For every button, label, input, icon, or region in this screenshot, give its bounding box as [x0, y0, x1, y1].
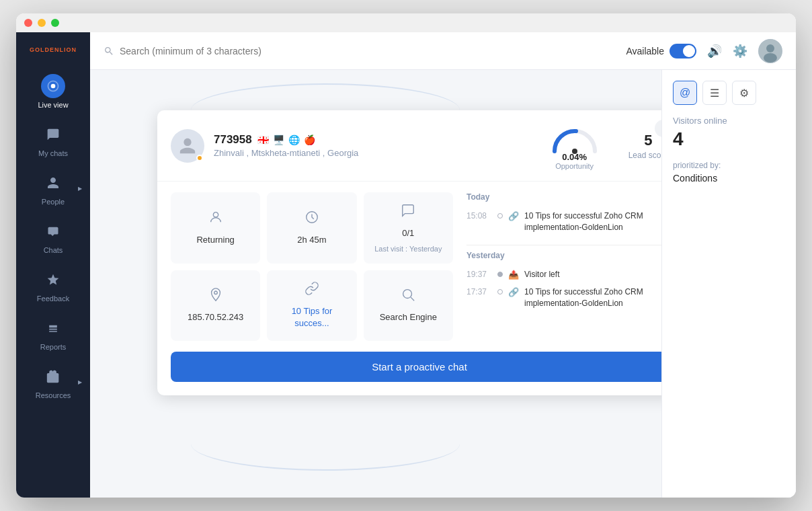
info-cell-time: 2h 45m — [267, 192, 356, 264]
visitor-info: 773958 🇬🇪 🖥️ 🌐 🍎 Zhinvali , Mtskheta-mti… — [214, 133, 358, 158]
visitor-card-header: 773958 🇬🇪 🖥️ 🌐 🍎 Zhinvali , Mtskheta-mti… — [157, 110, 661, 182]
visitor-avatar — [171, 129, 204, 163]
search-icon — [104, 46, 114, 56]
source-value: Search Engine — [380, 311, 437, 323]
returning-icon — [208, 210, 223, 229]
visitor-online-dot — [196, 155, 203, 161]
visitor-id-row: 773958 🇬🇪 🖥️ 🌐 🍎 — [214, 133, 358, 147]
time-value: 2h 45m — [297, 234, 326, 246]
sidebar-item-chats[interactable]: Chats — [16, 212, 90, 261]
visitor-card: 773958 🇬🇪 🖥️ 🌐 🍎 Zhinvali , Mtskheta-mti… — [157, 110, 661, 395]
sidebar-label-resources: Resources — [36, 391, 71, 399]
returning-value: Returning — [196, 234, 234, 246]
app-body: GOLDENLION Live view — [16, 32, 796, 498]
search-engine-icon — [401, 287, 415, 306]
lead-score-label: Lead score — [628, 151, 661, 160]
activity-item-0: 15:08 🔗 10 Tips for successful Zoho CRM … — [466, 207, 661, 237]
header-right: Available 🔊 ⚙️ — [626, 39, 782, 63]
location-pin-icon — [208, 287, 223, 306]
svg-point-3 — [764, 53, 777, 63]
sidebar-item-feedback[interactable]: Feedback — [16, 261, 90, 309]
activity-time-0: 15:08 — [466, 210, 492, 221]
sidebar-item-reports[interactable]: Reports — [16, 309, 90, 358]
sound-icon[interactable]: 🔊 — [707, 44, 722, 58]
logo-text: GOLDENLION — [30, 46, 77, 53]
sidebar: GOLDENLION Live view — [16, 32, 90, 498]
svg-point-7 — [214, 291, 217, 294]
opportunity-label: Opportunity — [555, 162, 594, 170]
chats-icon — [41, 219, 65, 243]
yesterday-section: Yesterday 19:37 📤 Visitor left 17:37 — [466, 251, 661, 313]
sidebar-label-chats: Chats — [44, 246, 63, 254]
chats-last-visit: Last visit : Yesterday — [374, 245, 442, 253]
svg-point-8 — [403, 290, 412, 299]
chats-count-value: 0/1 — [402, 227, 414, 239]
page-icon-0: 🔗 — [508, 211, 519, 221]
time-icon — [304, 210, 319, 229]
settings-icon[interactable]: ⚙️ — [733, 44, 747, 58]
user-avatar[interactable] — [758, 39, 782, 63]
live-view-area: 773958 🇬🇪 🖥️ 🌐 🍎 Zhinvali , Mtskheta-mti… — [90, 70, 661, 498]
activity-panel: Today 15:08 🔗 10 Tips for successful Zoh… — [466, 192, 661, 341]
minimize-dot[interactable] — [38, 19, 46, 27]
ip-value: 185.70.52.243 — [188, 311, 243, 323]
sidebar-item-live-view[interactable]: Live view — [16, 67, 90, 116]
sidebar-item-people[interactable]: People ▶ — [16, 164, 90, 212]
today-section: Today 15:08 🔗 10 Tips for successful Zoh… — [466, 192, 661, 237]
live-view-icon — [41, 74, 65, 98]
info-cell-url[interactable]: 10 Tips for succes... — [267, 270, 356, 340]
toolbar-btn-filter[interactable]: ⚙ — [732, 81, 756, 105]
activity-item-1: 19:37 📤 Visitor left — [466, 266, 661, 284]
activity-dot-2 — [497, 289, 503, 294]
flag-icon: 🇬🇪 — [257, 134, 269, 145]
resources-icon — [41, 364, 65, 389]
main-content: Available 🔊 ⚙️ — [90, 32, 796, 498]
visitor-card-body: Returning — [157, 182, 661, 352]
visitors-count-value: 4 — [673, 128, 785, 150]
titlebar — [16, 13, 796, 32]
people-icon — [41, 171, 65, 195]
visitors-online-label: Visitors online — [673, 116, 785, 126]
visitor-metrics: 0.04% Opportunity 5 Lead score — [548, 121, 661, 170]
conditions-value: Conditions — [673, 173, 785, 184]
toolbar-btn-at[interactable]: @ — [673, 81, 697, 105]
gauge-svg — [548, 121, 602, 155]
chrome-icon: 🌐 — [288, 134, 300, 145]
my-chats-icon — [41, 122, 65, 147]
availability-toggle[interactable] — [669, 44, 696, 58]
sidebar-label-feedback: Feedback — [37, 294, 69, 303]
search-input[interactable] — [120, 46, 321, 56]
activity-text-2: 10 Tips for successful Zoho CRM implemen… — [524, 286, 661, 309]
page-icon-2: 🔗 — [508, 287, 519, 297]
right-panel: @ ☰ ⚙ Visitors online 4 prioritized by: … — [661, 70, 796, 498]
activity-time-1: 19:37 — [466, 269, 492, 279]
visitor-info-grid: Returning — [171, 192, 453, 341]
sidebar-label-reports: Reports — [40, 343, 67, 351]
start-proactive-chat-button[interactable]: Start a proactive chat — [171, 352, 661, 382]
lead-score-metric: 5 Lead score — [628, 132, 661, 160]
visitor-id-text: 773958 — [214, 133, 252, 147]
sidebar-item-my-chats[interactable]: My chats — [16, 116, 90, 164]
activity-item-2: 17:37 🔗 10 Tips for successful Zoho CRM … — [466, 283, 661, 313]
activity-dot-1 — [497, 272, 503, 277]
search-bar — [104, 46, 618, 56]
activity-time-2: 17:37 — [466, 286, 492, 297]
opportunity-value: 0.04% — [562, 152, 587, 162]
prioritized-by-label: prioritized by: — [673, 161, 785, 170]
activity-text-1: Visitor left — [524, 269, 559, 280]
sidebar-item-resources[interactable]: Resources ▶ — [16, 358, 90, 406]
activity-text-0: 10 Tips for successful Zoho CRM implemen… — [524, 210, 661, 233]
sidebar-label-live-view: Live view — [38, 101, 68, 109]
maximize-dot[interactable] — [51, 19, 59, 27]
header: Available 🔊 ⚙️ — [90, 32, 796, 70]
visitor-icons: 🇬🇪 🖥️ 🌐 🍎 — [257, 134, 315, 145]
left-icon-1: 📤 — [508, 270, 519, 280]
info-cell-ip: 185.70.52.243 — [171, 270, 260, 340]
toolbar-btn-list[interactable]: ☰ — [702, 81, 727, 105]
svg-point-5 — [213, 212, 218, 217]
close-dot[interactable] — [24, 19, 32, 27]
chat-bubble-icon — [401, 203, 415, 222]
visitor-card-footer: Start a proactive chat — [157, 352, 661, 395]
url-value: 10 Tips for succes... — [275, 305, 348, 329]
info-cell-source: Search Engine — [364, 270, 453, 340]
